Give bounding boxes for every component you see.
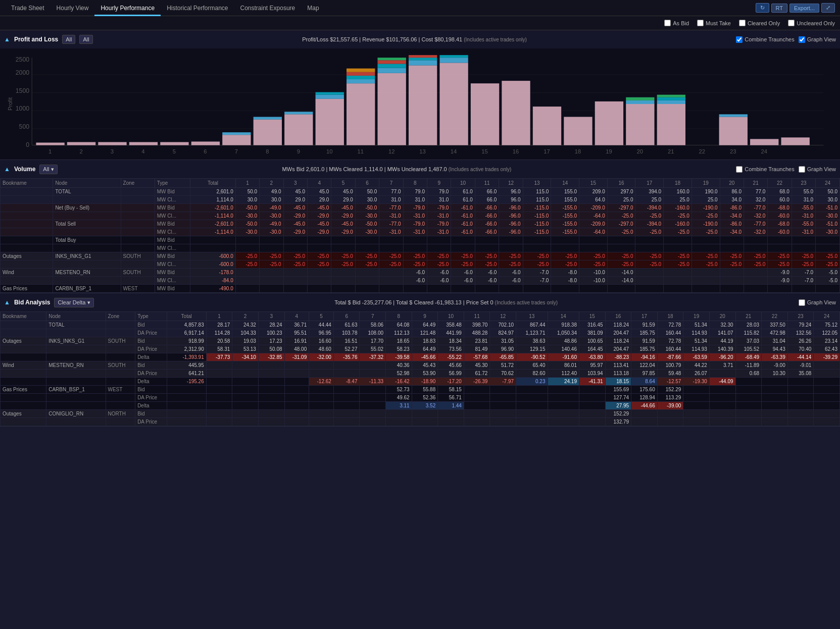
cell-h12: -96.0 xyxy=(499,220,523,228)
expand-button[interactable]: ⤢ xyxy=(821,3,835,13)
cell-h14: -25.0 xyxy=(551,252,579,260)
ba-cell-h4: 16.91 xyxy=(284,337,309,345)
ba-cell-zone xyxy=(106,353,135,361)
ba-cell-h16: 204.47 xyxy=(605,345,631,353)
ba-cell-h2 xyxy=(232,394,259,402)
svg-rect-47 xyxy=(564,117,592,145)
cell-h22 xyxy=(768,236,792,244)
refresh-button[interactable]: ↻ xyxy=(756,3,769,13)
ba-col-h6: 6 xyxy=(333,312,360,321)
graph-view-toggle[interactable]: Graph View xyxy=(799,36,836,43)
col-h4: 4 xyxy=(307,179,331,188)
ba-col-h14: 14 xyxy=(548,312,579,321)
svg-rect-38 xyxy=(409,60,437,65)
cell-h16 xyxy=(607,244,635,252)
cell-h21: 32.0 xyxy=(744,196,767,204)
combine-traunches-toggle[interactable]: Combine Traunches xyxy=(736,36,794,43)
svg-rect-57 xyxy=(719,114,748,117)
nav-historical-performance[interactable]: Historical Performance xyxy=(161,0,234,16)
ba-cell-h23 xyxy=(787,410,814,418)
cell-h12: -96.0 xyxy=(499,212,523,220)
cell-h16: -25.0 xyxy=(607,212,635,220)
volume-row: MW Cl... -600.0 -25.0-25.0-25.0-25.0-25.… xyxy=(1,260,840,269)
ba-cell-h14: 24.19 xyxy=(548,378,579,386)
ba-cell-h12: 824.97 xyxy=(490,329,516,337)
profit-loss-section: ▲ Profit and Loss All All Profit/Loss $2… xyxy=(0,30,840,160)
ba-cell-h8: 49.62 xyxy=(386,394,412,402)
filter-uncleared-only[interactable]: Uncleared Only xyxy=(788,20,835,26)
cell-h9: -79.0 xyxy=(427,204,451,212)
ba-cell-h22 xyxy=(762,402,788,410)
cell-zone xyxy=(121,228,155,236)
svg-text:21: 21 xyxy=(668,148,674,154)
ba-cell-h16: -88.23 xyxy=(605,353,631,361)
bid-analysis-dropdown[interactable]: Clear Delta ▾ xyxy=(54,298,93,307)
cell-h18: 160.0 xyxy=(664,188,692,196)
cell-h12: -25.0 xyxy=(499,252,523,260)
cell-h10: -25.0 xyxy=(451,260,475,269)
ba-cell-h11: 488.28 xyxy=(464,329,490,337)
ba-cell-h13: 38.63 xyxy=(516,337,548,345)
bid-analysis-collapse[interactable]: ▲ xyxy=(4,299,10,306)
nav-constraint-exposure[interactable]: Constraint Exposure xyxy=(234,0,302,16)
cell-h22: 68.0 xyxy=(768,188,792,196)
cell-total xyxy=(190,236,235,244)
profit-loss-collapse[interactable]: ▲ xyxy=(4,36,10,43)
ba-cell-node: TOTAL xyxy=(46,321,106,329)
nav-hourly-view[interactable]: Hourly View xyxy=(51,0,95,16)
cell-h14: -155.0 xyxy=(551,220,579,228)
cell-h6: 50.0 xyxy=(355,188,379,196)
cell-total: -178.0 xyxy=(190,269,235,277)
volume-graph-toggle[interactable]: Graph View xyxy=(799,166,836,173)
ba-cell-h23 xyxy=(787,378,814,386)
cell-h5: -45.0 xyxy=(331,220,355,228)
cell-h22: -60.0 xyxy=(768,212,792,220)
rt-button[interactable]: RT xyxy=(771,4,787,13)
ba-cell-h7 xyxy=(360,418,386,426)
ba-cell-h14 xyxy=(548,402,579,410)
ba-cell-h5: -32.00 xyxy=(309,353,334,361)
profit-loss-dropdown2[interactable]: All xyxy=(79,35,92,44)
ba-cell-h18: -87.66 xyxy=(657,353,683,361)
ba-cell-h20: 140.39 xyxy=(709,345,735,353)
svg-text:Profit: Profit xyxy=(7,97,13,111)
profit-loss-dropdown1[interactable]: All xyxy=(62,35,75,44)
ba-col-h12: 12 xyxy=(490,312,516,321)
cell-h15: 209.0 xyxy=(579,188,608,196)
nav-hourly-performance[interactable]: Hourly Performance xyxy=(94,0,161,16)
ba-cell-h1: 28.17 xyxy=(206,321,232,329)
export-button[interactable]: Export... xyxy=(789,4,819,13)
top-nav: Trade Sheet Hourly View Hourly Performan… xyxy=(0,0,840,16)
ba-cell-h19: -63.59 xyxy=(683,353,710,361)
ba-cell-h6 xyxy=(333,410,360,418)
cell-bookname xyxy=(1,188,53,196)
ba-cell-h24 xyxy=(814,370,840,378)
ba-cell-h5: 44.44 xyxy=(309,321,334,329)
ba-cell-h7: -37.32 xyxy=(360,353,386,361)
cell-h8: -6.0 xyxy=(403,277,427,285)
ba-cell-bookname xyxy=(1,394,46,402)
ba-cell-type: Delta xyxy=(135,402,167,410)
ba-cell-node xyxy=(46,329,106,337)
volume-collapse[interactable]: ▲ xyxy=(4,166,10,173)
ba-cell-h15: 100.65 xyxy=(579,337,605,345)
cell-type: MW Cl... xyxy=(155,260,190,269)
volume-dropdown[interactable]: All ▾ xyxy=(39,165,57,174)
top-nav-right: ↻ RT Export... ⤢ xyxy=(756,3,835,13)
filter-as-bid[interactable]: As Bid xyxy=(664,20,689,26)
filter-must-take[interactable]: Must Take xyxy=(697,20,731,26)
ba-cell-h10: 18.34 xyxy=(438,337,464,345)
svg-rect-50 xyxy=(626,100,654,104)
ba-cell-h23: 35.08 xyxy=(787,370,814,378)
cell-h1 xyxy=(235,285,259,293)
ba-cell-h11: 45.30 xyxy=(464,361,490,370)
nav-trade-sheet[interactable]: Trade Sheet xyxy=(5,0,51,16)
bid-analysis-graph-toggle[interactable]: Graph View xyxy=(799,299,836,306)
ba-cell-h9: 53.90 xyxy=(412,370,438,378)
ba-cell-h6: 52.27 xyxy=(333,345,360,353)
volume-combine-toggle[interactable]: Combine Traunches xyxy=(736,166,794,173)
filter-cleared-only[interactable]: Cleared Only xyxy=(739,20,780,26)
ba-col-h3: 3 xyxy=(258,312,284,321)
nav-map[interactable]: Map xyxy=(301,0,325,16)
cell-h16 xyxy=(607,285,635,293)
